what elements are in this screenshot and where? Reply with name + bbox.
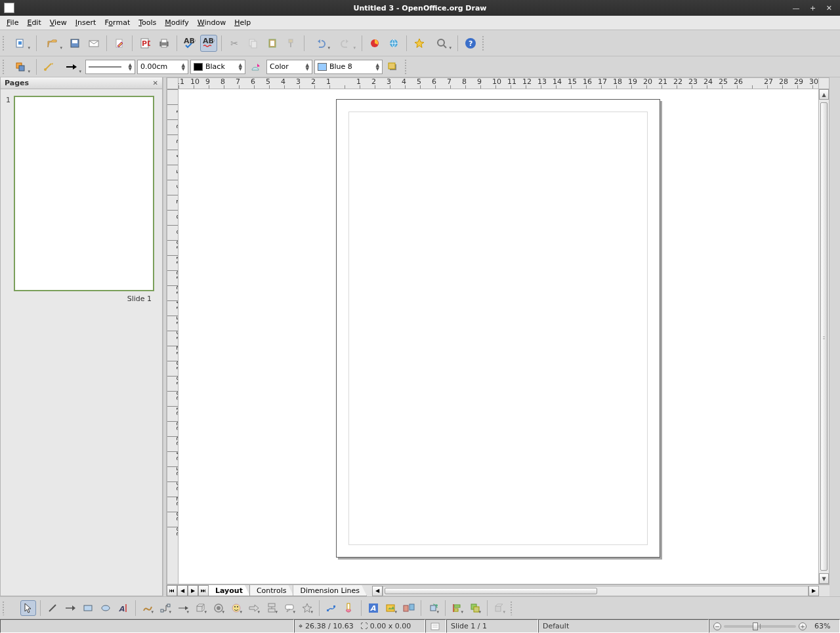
tab-nav-last[interactable]: ⏭	[198, 585, 209, 596]
paste-button[interactable]	[264, 35, 281, 52]
signature-status[interactable]	[425, 619, 446, 633]
zoom-slider[interactable]	[724, 625, 796, 628]
alignment-tool[interactable]	[450, 600, 465, 616]
canvas-viewport[interactable]	[178, 89, 819, 584]
ellipse-tool[interactable]	[98, 600, 114, 616]
toolbar-handle[interactable]	[3, 600, 18, 616]
toolbar-handle[interactable]	[3, 58, 7, 75]
toolbar-overflow[interactable]	[405, 58, 409, 75]
basic-shapes-tool[interactable]	[211, 600, 226, 616]
symbol-shapes-tool[interactable]	[228, 600, 244, 616]
print-button[interactable]	[156, 35, 173, 52]
scroll-down-button[interactable]: ▼	[819, 573, 829, 584]
status-layout-cell[interactable]: Default	[538, 619, 709, 633]
page-thumbnail[interactable]	[14, 96, 154, 291]
vertical-ruler[interactable]: 1234567891011121314151617181920212223242…	[167, 89, 178, 584]
email-button[interactable]	[85, 35, 102, 52]
menu-insert[interactable]: Insert	[72, 17, 100, 28]
3d-objects-tool[interactable]	[193, 600, 209, 616]
scroll-left-button[interactable]: ◀	[372, 586, 383, 596]
format-paintbrush-button[interactable]	[283, 35, 300, 52]
rectangle-tool[interactable]	[80, 600, 96, 616]
drawing-page[interactable]	[336, 99, 660, 558]
edit-file-button[interactable]	[111, 35, 128, 52]
undo-button[interactable]	[308, 35, 332, 52]
export-pdf-button[interactable]: PDF	[136, 35, 154, 52]
line-style-select[interactable]: ▴▾	[85, 60, 135, 74]
stars-tool[interactable]	[299, 600, 315, 616]
zoom-in-button[interactable]: +	[799, 623, 807, 630]
scroll-thumb[interactable]	[385, 588, 597, 594]
pages-panel-close-icon[interactable]: ✕	[153, 79, 158, 87]
tab-nav-next[interactable]: ▶	[188, 585, 198, 596]
text-tool[interactable]: A	[116, 600, 131, 616]
extrusion-tool[interactable]	[492, 600, 507, 616]
pages-panel-header[interactable]: Pages ✕	[1, 77, 162, 89]
line-endpoints-button[interactable]	[41, 58, 58, 75]
redo-button[interactable]	[334, 35, 358, 52]
menu-help[interactable]: Help	[230, 17, 255, 28]
minimize-button[interactable]: —	[793, 4, 804, 12]
help-button[interactable]: ?	[462, 35, 479, 52]
toolbar-overflow[interactable]	[511, 600, 526, 616]
callouts-tool[interactable]	[282, 600, 297, 616]
area-dialog-button[interactable]	[247, 58, 264, 75]
tab-nav-prev[interactable]: ◀	[177, 585, 188, 596]
line-tool[interactable]	[45, 600, 60, 616]
menu-file[interactable]: File	[3, 17, 22, 28]
arrange-tool[interactable]	[467, 600, 483, 616]
menu-format[interactable]: Format	[100, 17, 134, 28]
flowchart-tool[interactable]	[264, 600, 280, 616]
status-slide-cell[interactable]: Slide 1 / 1	[446, 619, 538, 633]
navigator-button[interactable]	[411, 35, 428, 52]
glue-points-tool[interactable]	[341, 600, 357, 616]
save-button[interactable]	[66, 35, 83, 52]
shadow-button[interactable]	[385, 58, 402, 75]
cut-button[interactable]: ✂	[226, 35, 243, 52]
spellcheck-button[interactable]: ABC	[181, 35, 198, 52]
ruler-corner[interactable]	[167, 77, 178, 89]
block-arrows-tool[interactable]	[246, 600, 262, 616]
gallery-button[interactable]	[401, 600, 417, 616]
tab-nav-first[interactable]: ⏮	[167, 585, 177, 596]
curve-tool[interactable]	[140, 600, 156, 616]
zoom-value[interactable]: 63%	[814, 622, 830, 630]
scroll-right-button[interactable]: ▶	[808, 586, 819, 596]
select-tool[interactable]	[20, 600, 36, 616]
layer-tab-controls[interactable]: Controls	[249, 585, 294, 596]
arrange-button[interactable]	[9, 58, 32, 75]
toolbar-overflow[interactable]	[482, 35, 486, 52]
fontwork-tool[interactable]: A	[366, 600, 381, 616]
chart-button[interactable]	[366, 35, 383, 52]
open-button[interactable]	[41, 35, 64, 52]
arrow-style-button[interactable]	[60, 58, 83, 75]
maximize-button[interactable]: +	[810, 4, 820, 12]
lines-arrows-tool[interactable]	[175, 600, 191, 616]
new-doc-button[interactable]	[9, 35, 32, 52]
connector-tool[interactable]	[158, 600, 173, 616]
line-color-select[interactable]: Black ▴▾	[190, 60, 245, 74]
fill-color-select[interactable]: Blue 8 ▴▾	[314, 60, 383, 74]
menu-view[interactable]: View	[46, 17, 71, 28]
from-file-tool[interactable]	[383, 600, 399, 616]
layer-tab-layout[interactable]: Layout	[208, 585, 250, 596]
line-width-input[interactable]: 0.00cm ▴▾	[137, 60, 188, 74]
toolbar-handle[interactable]	[3, 35, 7, 52]
close-button[interactable]: ✕	[826, 4, 836, 12]
scroll-thumb[interactable]	[820, 102, 828, 571]
menu-modify[interactable]: Modify	[161, 17, 192, 28]
zoom-out-button[interactable]: −	[713, 623, 721, 630]
hyperlink-button[interactable]	[385, 35, 402, 52]
line-arrow-tool[interactable]	[62, 600, 78, 616]
autospellcheck-button[interactable]: ABC	[200, 35, 217, 52]
zoom-button[interactable]	[430, 35, 453, 52]
layer-tab-dimension-lines[interactable]: Dimension Lines	[293, 585, 367, 596]
menu-edit[interactable]: Edit	[23, 17, 45, 28]
copy-button[interactable]	[245, 35, 262, 52]
menu-window[interactable]: Window	[194, 17, 230, 28]
vertical-scrollbar[interactable]: ▲ ▼	[819, 89, 830, 584]
scroll-up-button[interactable]: ▲	[819, 89, 829, 100]
horizontal-scrollbar[interactable]: ◀ ▶	[372, 585, 819, 596]
menu-tools[interactable]: Tools	[135, 17, 160, 28]
horizontal-ruler[interactable]: 1110987654321123456789101112131415161718…	[178, 77, 819, 89]
